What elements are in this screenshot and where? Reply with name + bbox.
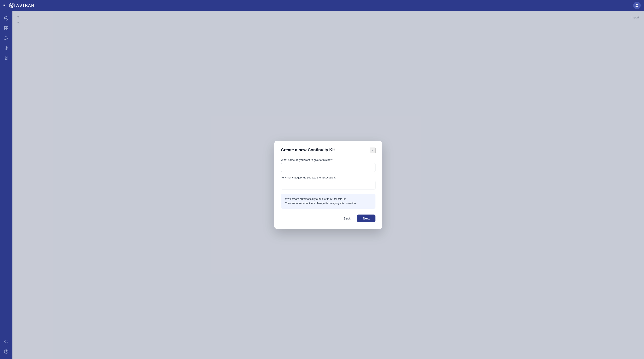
sidebar-item-fingerprint[interactable] (2, 44, 10, 52)
svg-rect-6 (4, 28, 6, 30)
svg-point-3 (636, 4, 638, 6)
kit-category-label: To which category do you want to associa… (281, 176, 376, 179)
svg-point-2 (11, 5, 12, 6)
modal-footer: Back Next (281, 214, 376, 222)
sidebar-item-grid[interactable] (2, 24, 10, 32)
sidebar-item-plugin[interactable] (2, 54, 10, 62)
svg-rect-5 (7, 26, 8, 28)
svg-rect-8 (6, 36, 7, 37)
sidebar-item-hierarchy[interactable] (2, 34, 10, 42)
svg-rect-11 (7, 39, 8, 40)
modal-title: Create a new Continuity Kit (281, 148, 335, 152)
kit-name-field-group: What name do you want to give to this ki… (281, 158, 376, 172)
sidebar-item-shield[interactable] (2, 14, 10, 22)
info-text-2: You cannot rename it nor change its cate… (285, 201, 371, 206)
create-kit-modal: Create a new Continuity Kit × What name … (274, 141, 382, 229)
svg-rect-9 (4, 39, 6, 40)
sidebar (0, 11, 12, 359)
svg-rect-4 (4, 26, 6, 28)
back-button[interactable]: Back (340, 214, 354, 222)
kit-name-label: What name do you want to give to this ki… (281, 158, 376, 162)
logo-icon (9, 2, 15, 8)
svg-point-21 (6, 353, 6, 353)
modal-header: Create a new Continuity Kit × (281, 148, 376, 154)
kit-category-input[interactable] (281, 181, 376, 190)
app-header: ≡ ASTRAN (0, 0, 644, 11)
kit-name-input[interactable] (281, 163, 376, 172)
modal-overlay: Create a new Continuity Kit × What name … (12, 11, 644, 359)
next-button[interactable]: Next (357, 214, 376, 222)
user-avatar[interactable] (633, 2, 641, 9)
info-text-1: We'll create automatically a bucket in S… (285, 197, 371, 201)
logo-text: ASTRAN (16, 3, 34, 8)
info-box: We'll create automatically a bucket in S… (281, 194, 376, 209)
kit-category-field-group: To which category do you want to associa… (281, 176, 376, 190)
svg-rect-10 (6, 39, 7, 40)
sidebar-item-help[interactable] (2, 348, 10, 356)
hamburger-menu[interactable]: ≡ (3, 3, 6, 8)
app-logo: ASTRAN (9, 2, 34, 8)
modal-close-button[interactable]: × (370, 148, 376, 154)
svg-rect-7 (7, 28, 8, 30)
sidebar-item-code[interactable] (2, 338, 10, 346)
